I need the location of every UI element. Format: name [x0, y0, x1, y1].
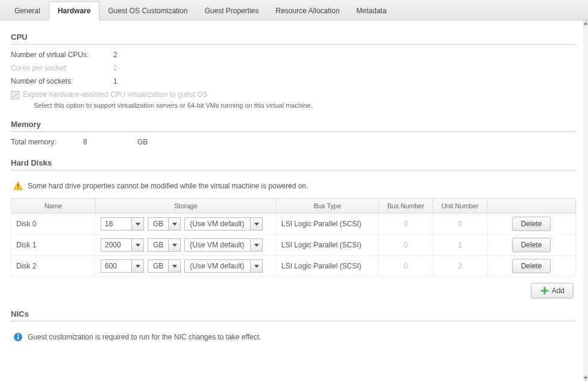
disk-unit-number: 2 [433, 256, 487, 277]
sockets-value: 1 [113, 77, 117, 85]
disk-policy-dropdown[interactable] [251, 238, 263, 252]
chevron-down-icon [172, 244, 177, 247]
disk-size-input[interactable] [101, 259, 132, 273]
disk-size-input[interactable] [101, 217, 132, 231]
table-row: Disk 0GB(Use VM default)LSI Logic Parall… [11, 214, 576, 235]
tab-hardware[interactable]: Hardware [49, 1, 100, 20]
scrollbar[interactable] [583, 20, 588, 381]
disk-unit-number: 1 [433, 235, 487, 256]
delete-disk-button[interactable]: Delete [512, 238, 551, 252]
col-bus-number[interactable]: Bus Number [379, 199, 433, 214]
total-memory-label: Total memory: [11, 138, 77, 146]
disk-bus-number: 0 [379, 235, 433, 256]
chevron-down-icon [254, 244, 259, 247]
delete-disk-button[interactable]: Delete [512, 217, 551, 231]
disk-size-input[interactable] [101, 238, 132, 252]
section-title-nics: NICs [11, 309, 576, 321]
disk-bus-number: 0 [379, 256, 433, 277]
info-icon [13, 332, 23, 342]
total-memory-value: 8 [83, 138, 131, 146]
disk-bus-type: LSI Logic Parallel (SCSI) [277, 235, 379, 256]
table-header-row: Name Storage Bus Type Bus Number Unit Nu… [11, 199, 576, 214]
hard-disks-warning-row: Some hard drive properties cannot be mod… [11, 176, 576, 198]
disk-name: Disk 0 [11, 214, 96, 235]
section-title-cpu: CPU [11, 33, 576, 45]
col-storage[interactable]: Storage [96, 199, 277, 214]
tab-guest-properties[interactable]: Guest Properties [196, 2, 267, 20]
disk-size-dropdown[interactable] [132, 238, 144, 252]
cores-value: 2 [113, 64, 117, 72]
col-unit-number[interactable]: Unit Number [433, 199, 487, 214]
tab-metadata[interactable]: Metadata [348, 2, 395, 20]
col-name[interactable]: Name [11, 199, 96, 214]
disk-policy-label: (Use VM default) [184, 238, 251, 252]
section-title-memory: Memory [11, 120, 576, 132]
disk-unit-label: GB [148, 259, 169, 273]
col-bus-type[interactable]: Bus Type [277, 199, 379, 214]
vcpus-value: 2 [113, 51, 117, 59]
chevron-down-icon [136, 265, 140, 268]
tab-general[interactable]: General [6, 2, 49, 20]
disk-bus-type: LSI Logic Parallel (SCSI) [277, 214, 379, 235]
tab-guest-os-customization[interactable]: Guest OS Customization [99, 2, 196, 20]
svg-point-7 [17, 334, 19, 335]
row-expose-virtualization: ✓ Expose hardware-assisted CPU virtualiz… [11, 90, 576, 99]
chevron-down-icon [136, 223, 140, 226]
svg-rect-4 [541, 290, 548, 292]
disk-unit-number: 0 [433, 214, 487, 235]
disk-unit-dropdown[interactable] [169, 217, 181, 231]
chevron-down-icon [254, 223, 259, 226]
content-panel: CPU Number of virtual CPUs: 2 Cores per … [0, 20, 583, 381]
delete-disk-button[interactable]: Delete [512, 259, 551, 273]
expose-virtualization-label: Expose hardware-assisted CPU virtualizat… [23, 90, 208, 99]
expose-virtualization-desc: Select this option to support virtualiza… [34, 102, 576, 109]
disk-name: Disk 2 [11, 256, 96, 277]
disk-policy-label: (Use VM default) [184, 259, 251, 273]
tab-bar: General Hardware Guest OS Customization … [0, 0, 588, 20]
section-title-hard-disks: Hard Disks [11, 158, 576, 170]
disk-name: Disk 1 [11, 235, 96, 256]
col-actions [487, 199, 576, 214]
disk-unit-dropdown[interactable] [169, 238, 181, 252]
add-disk-button[interactable]: Add [531, 283, 574, 299]
nics-info-text: Guest customization is required to run f… [28, 333, 261, 341]
disk-bus-type: LSI Logic Parallel (SCSI) [277, 256, 379, 277]
row-vcpus: Number of virtual CPUs: 2 [11, 51, 576, 59]
chevron-down-icon [254, 265, 259, 268]
disk-size-dropdown[interactable] [132, 217, 144, 231]
total-memory-unit: GB [137, 138, 148, 146]
chevron-down-icon [172, 265, 177, 268]
tab-resource-allocation[interactable]: Resource Allocation [267, 2, 348, 20]
svg-rect-1 [17, 184, 19, 187]
disk-policy-dropdown[interactable] [251, 217, 263, 231]
chevron-down-icon [172, 223, 177, 226]
chevron-down-icon [136, 244, 140, 247]
row-cores: Cores per socket: 2 [11, 64, 576, 72]
row-total-memory: Total memory: 8 GB [11, 138, 576, 146]
disk-policy-dropdown[interactable] [251, 259, 263, 273]
scroll-up-icon[interactable] [583, 20, 588, 26]
row-sockets: Number of sockets: 1 [11, 77, 576, 85]
vcpus-label: Number of virtual CPUs: [11, 51, 113, 59]
disk-unit-label: GB [148, 217, 169, 231]
disk-unit-dropdown[interactable] [169, 259, 181, 273]
plus-icon [540, 286, 549, 296]
check-icon: ✓ [13, 91, 18, 99]
hard-disks-warning-text: Some hard drive properties cannot be mod… [28, 182, 308, 190]
scroll-down-icon[interactable] [583, 375, 588, 381]
hard-disks-table: Name Storage Bus Type Bus Number Unit Nu… [11, 198, 576, 277]
disk-size-dropdown[interactable] [132, 259, 144, 273]
expose-virtualization-checkbox: ✓ [11, 91, 19, 99]
disk-unit-label: GB [148, 238, 169, 252]
disk-bus-number: 0 [379, 214, 433, 235]
disk-policy-label: (Use VM default) [184, 217, 251, 231]
table-row: Disk 2GB(Use VM default)LSI Logic Parall… [11, 256, 576, 277]
add-disk-label: Add [552, 287, 565, 295]
table-row: Disk 1GB(Use VM default)LSI Logic Parall… [11, 235, 576, 256]
sockets-label: Number of sockets: [11, 77, 113, 85]
svg-rect-6 [17, 336, 19, 340]
cores-label: Cores per socket: [11, 64, 113, 72]
svg-rect-2 [17, 188, 19, 189]
warning-icon [13, 181, 23, 191]
nics-info-row: Guest customization is required to run f… [11, 327, 576, 349]
